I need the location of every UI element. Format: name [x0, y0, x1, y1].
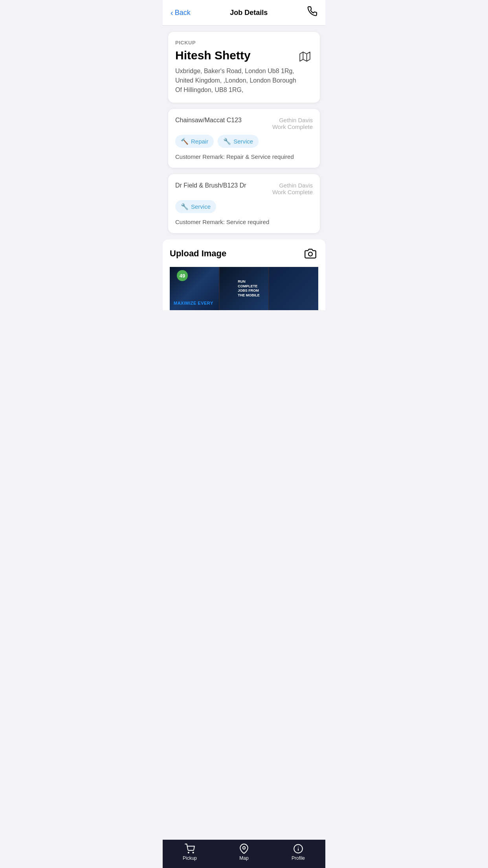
job-status-1: Work Complete	[272, 123, 313, 130]
tag-repair-label: Repair	[191, 138, 208, 145]
job-tags-1: 🔨 Repair 🔧 Service	[175, 135, 313, 148]
customer-address: Uxbridge, Baker's Road, London Ub8 1Rg, …	[175, 66, 297, 95]
svg-point-3	[308, 252, 312, 256]
pickup-section-label: PICKUP	[175, 40, 313, 46]
chevron-left-icon: ‹	[171, 8, 173, 17]
job-status-block-1: Gethin Davis Work Complete	[272, 117, 313, 130]
tag-repair[interactable]: 🔨 Repair	[175, 135, 214, 148]
job-remark-2: Customer Remark: Service required	[175, 219, 313, 225]
main-content: PICKUP Hitesh Shetty Uxbridge, Baker's R…	[163, 26, 325, 352]
map-icon	[299, 51, 310, 62]
customer-name: Hitesh Shetty	[175, 49, 297, 62]
map-icon-button[interactable]	[297, 49, 313, 64]
repair-icon: 🔨	[181, 138, 189, 145]
job-status-block-2: Gethin Davis Work Complete	[272, 182, 313, 195]
job-tags-2: 🔧 Service	[175, 200, 313, 213]
job-item-name-1: Chainsaw/Maccat C123	[175, 117, 272, 124]
upload-header: Upload Image	[170, 246, 318, 261]
upload-image-1[interactable]	[170, 267, 219, 310]
upload-section: Upload Image	[163, 239, 325, 310]
service-icon-2: 🔧	[181, 203, 189, 210]
job-status-2: Work Complete	[272, 189, 313, 195]
job-card-2: Dr Field & Brush/B123 Dr Gethin Davis Wo…	[168, 174, 320, 233]
camera-button[interactable]	[303, 246, 318, 261]
upload-images-row	[170, 267, 318, 310]
tag-service-2-label: Service	[191, 203, 211, 210]
job-card-1: Chainsaw/Maccat C123 Gethin Davis Work C…	[168, 109, 320, 168]
phone-button[interactable]	[307, 6, 317, 19]
phone-icon	[307, 6, 317, 17]
tag-service-2[interactable]: 🔧 Service	[175, 200, 216, 213]
back-button[interactable]: ‹ Back	[171, 8, 191, 17]
tag-service-1-label: Service	[233, 138, 253, 145]
tag-service-1[interactable]: 🔧 Service	[218, 135, 259, 148]
back-label: Back	[175, 9, 191, 17]
pickup-card: PICKUP Hitesh Shetty Uxbridge, Baker's R…	[168, 32, 320, 103]
upload-image-3[interactable]	[268, 267, 318, 310]
job-item-name-2: Dr Field & Brush/B123 Dr	[175, 182, 272, 189]
job-remark-1: Customer Remark: Repair & Service requir…	[175, 153, 313, 160]
camera-icon	[305, 248, 316, 259]
upload-image-2[interactable]	[219, 267, 269, 310]
job-assignee-1: Gethin Davis	[272, 117, 313, 123]
page-title: Job Details	[230, 9, 268, 17]
upload-title: Upload Image	[170, 248, 226, 259]
header: ‹ Back Job Details	[163, 0, 325, 26]
job-assignee-2: Gethin Davis	[272, 182, 313, 189]
service-icon-1: 🔧	[223, 138, 231, 145]
svg-marker-0	[300, 52, 310, 61]
